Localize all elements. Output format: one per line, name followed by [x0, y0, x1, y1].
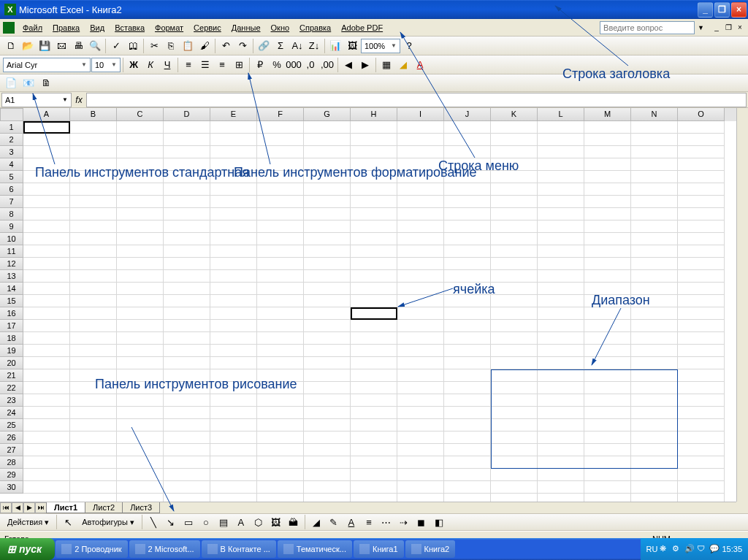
row-header[interactable]: 22: [0, 382, 23, 394]
cell[interactable]: [678, 307, 725, 320]
col-header[interactable]: H: [351, 108, 397, 121]
cell[interactable]: [164, 394, 210, 407]
col-header[interactable]: I: [397, 108, 444, 121]
row-header[interactable]: 21: [0, 369, 23, 382]
cell[interactable]: [70, 233, 117, 245]
cell[interactable]: [631, 171, 678, 183]
cell[interactable]: [257, 369, 304, 382]
cell[interactable]: [257, 444, 304, 456]
cell[interactable]: [631, 320, 678, 332]
cell[interactable]: [210, 183, 257, 196]
bold-icon[interactable]: Ж: [126, 57, 142, 73]
cell[interactable]: [397, 134, 444, 146]
row-header[interactable]: 8: [0, 208, 23, 220]
arrow-style-icon[interactable]: ⇢: [396, 514, 412, 530]
cell[interactable]: [304, 134, 351, 146]
font-color-icon[interactable]: A: [412, 57, 428, 73]
align-center-icon[interactable]: ☰: [197, 57, 213, 73]
cell[interactable]: [584, 307, 631, 320]
sheet-tab[interactable]: Лист3: [122, 502, 160, 513]
cell[interactable]: [444, 444, 491, 456]
cell[interactable]: [444, 332, 491, 345]
col-header[interactable]: D: [164, 108, 210, 121]
cell[interactable]: [491, 307, 538, 320]
cell[interactable]: [444, 158, 491, 171]
chart-icon[interactable]: 📊: [327, 38, 343, 54]
cell[interactable]: [164, 431, 210, 444]
cell[interactable]: [584, 469, 631, 481]
cell[interactable]: [631, 258, 678, 270]
cell[interactable]: [491, 258, 538, 270]
fx-icon[interactable]: fx: [72, 95, 86, 105]
cell[interactable]: [351, 134, 397, 146]
cell[interactable]: [444, 469, 491, 481]
cell[interactable]: [444, 270, 491, 283]
cell[interactable]: [538, 307, 584, 320]
cell[interactable]: [678, 220, 725, 233]
cell[interactable]: [444, 121, 491, 134]
cell[interactable]: [678, 382, 725, 394]
cell[interactable]: [351, 233, 397, 245]
cell[interactable]: [117, 121, 164, 134]
cell[interactable]: [397, 295, 444, 307]
menu-data[interactable]: Данные: [226, 21, 266, 34]
cell[interactable]: [164, 220, 210, 233]
cell[interactable]: [584, 183, 631, 196]
cell[interactable]: [397, 171, 444, 183]
cell[interactable]: [351, 121, 397, 134]
col-header[interactable]: J: [444, 108, 491, 121]
cell[interactable]: [23, 220, 70, 233]
cell[interactable]: [257, 258, 304, 270]
system-tray[interactable]: RU ❋ ⚙ 🔊 🛡 💬 15:35: [641, 538, 748, 560]
pdf-review-icon[interactable]: 🗎: [38, 75, 54, 91]
cell[interactable]: [70, 357, 117, 369]
cell[interactable]: [678, 233, 725, 245]
cell[interactable]: [538, 345, 584, 357]
cell[interactable]: [584, 208, 631, 220]
cell[interactable]: [584, 357, 631, 369]
cell[interactable]: [351, 270, 397, 283]
cell[interactable]: [257, 158, 304, 171]
cell[interactable]: [678, 431, 725, 444]
row-header[interactable]: 7: [0, 196, 23, 208]
taskbar-item[interactable]: Тематическ...: [278, 540, 352, 558]
cell[interactable]: [304, 121, 351, 134]
cell[interactable]: [117, 196, 164, 208]
cell[interactable]: [23, 394, 70, 407]
cell[interactable]: [304, 431, 351, 444]
cell[interactable]: [351, 444, 397, 456]
cell[interactable]: [210, 481, 257, 494]
cell[interactable]: [210, 196, 257, 208]
cell[interactable]: [23, 407, 70, 419]
cell[interactable]: [70, 220, 117, 233]
cell[interactable]: [257, 121, 304, 134]
format-painter-icon[interactable]: 🖌: [196, 38, 213, 54]
fill-color-icon[interactable]: ◢: [395, 57, 411, 73]
cell[interactable]: [491, 220, 538, 233]
menu-window[interactable]: Окно: [266, 21, 295, 34]
cell[interactable]: [164, 357, 210, 369]
menu-insert[interactable]: Вставка: [110, 21, 150, 34]
cell[interactable]: [117, 307, 164, 320]
cell[interactable]: [631, 121, 678, 134]
cell[interactable]: [444, 382, 491, 394]
font-name-select[interactable]: Arial Cyr▼: [3, 58, 91, 72]
cell[interactable]: [164, 171, 210, 183]
cell[interactable]: [444, 481, 491, 494]
cell[interactable]: [257, 419, 304, 431]
cell[interactable]: [631, 295, 678, 307]
col-header[interactable]: K: [491, 108, 538, 121]
cell[interactable]: [491, 208, 538, 220]
cell[interactable]: [23, 283, 70, 295]
menu-format[interactable]: Формат: [150, 21, 188, 34]
tab-first-icon[interactable]: ⏮: [0, 502, 12, 513]
cell[interactable]: [397, 283, 444, 295]
cell[interactable]: [444, 258, 491, 270]
cell[interactable]: [304, 320, 351, 332]
cell[interactable]: [23, 171, 70, 183]
cell[interactable]: [210, 158, 257, 171]
font-color-icon[interactable]: A: [343, 514, 359, 530]
cell[interactable]: [538, 121, 584, 134]
cell[interactable]: [257, 146, 304, 158]
row-header[interactable]: 5: [0, 171, 23, 183]
